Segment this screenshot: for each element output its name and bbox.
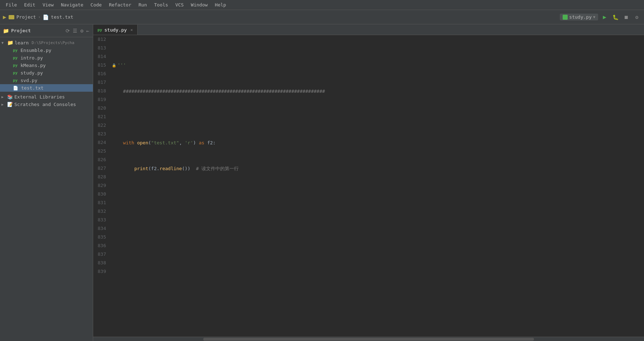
intro-label: intro.py [20,55,43,61]
ln-821: 821 [96,112,106,121]
sidebar-header-icons: ⟳ ☰ ⚙ ← [65,27,90,34]
tree-item-svd[interactable]: py svd.py [0,77,93,84]
bottom-scrollbar[interactable] [93,337,644,341]
menu-refactor[interactable]: Refactor [106,1,134,8]
menu-view[interactable]: View [40,1,57,8]
tree-item-learn-folder[interactable]: ▼ 📁 learn D:\SProjects\Pycha [0,39,93,47]
punct-816c: ()) [182,166,190,171]
menu-tools[interactable]: Tools [151,1,171,8]
py-icon-intro: py [13,56,18,60]
code-line-818 [112,216,644,225]
menu-help[interactable]: Help [212,1,229,8]
tree-arrow-learn: ▼ [1,41,6,45]
punct-815b: , [179,140,185,145]
tree-item-scratches[interactable]: ▶ 📝 Scratches and Consoles [0,101,93,108]
tab-study-py[interactable]: py study.py ✕ [93,25,138,35]
menu-run[interactable]: Run [136,1,150,8]
ln-838: 838 [96,259,106,267]
ln-815: 815 [96,61,106,69]
py-icon-study: py [13,71,18,75]
code-line-819 [112,242,644,250]
run-button[interactable]: ▶ [600,13,609,21]
menu-bar: File Edit View Navigate Code Refactor Ru… [0,0,644,10]
ln-814: 814 [96,52,106,61]
ln-833: 833 [96,216,106,224]
menu-navigate[interactable]: Navigate [58,1,86,8]
toolbar-left: ▶ Project › 📄 test.txt [3,14,73,20]
ln-822: 822 [96,121,106,130]
code-line-814 [112,113,644,121]
scratches-icon: 📝 [7,102,13,107]
menu-vcs[interactable]: VCS [172,1,186,8]
code-line-821 [112,293,644,302]
tab-close-icon[interactable]: ✕ [130,28,133,32]
tree-item-ensumble[interactable]: py Ensumble.py [0,47,93,54]
scrollbar-thumb [203,338,534,341]
run-config[interactable]: study.py ▼ [560,14,598,20]
fn-print: print [134,166,148,171]
code-line-813: ########################################… [112,87,644,96]
editor-area: py study.py ✕ 812 813 814 815 816 817 81… [93,24,644,341]
ln-839: 839 [96,267,106,276]
external-libraries-label: External Libraries [14,94,65,100]
toolbar-file-label: test.txt [51,14,73,20]
tree-item-kmeans[interactable]: py kMeans.py [0,62,93,69]
project-label[interactable]: Project [16,14,36,20]
tree-item-intro[interactable]: py intro.py [0,54,93,62]
settings-button[interactable]: ⚙ [633,13,641,21]
toolbar-arrow: › [38,15,40,19]
tree-item-external-libraries[interactable]: ▶ 📚 External Libraries [0,93,93,101]
ensumble-label: Ensumble.py [20,48,51,53]
punct-815a: ( [148,140,151,145]
menu-file[interactable]: File [3,1,20,8]
folder-icon: ▶ [3,14,6,20]
menu-code[interactable]: Code [88,1,105,8]
tree-item-test-txt[interactable]: 📄 test.txt [0,84,93,92]
tab-bar: py study.py ✕ [93,24,644,35]
tab-py-icon: py [97,28,102,32]
ln-819: 819 [96,95,106,104]
toolbar-right: study.py ▼ ▶ 🐛 ⏹ ⚙ [560,13,641,21]
study-label: study.py [20,70,43,76]
sidebar-header: 📁 Project ⟳ ☰ ⚙ ← [0,24,93,37]
kw-as: as [199,140,205,145]
code-editor[interactable]: 812 813 814 815 816 817 818 819 820 821 … [93,35,644,341]
sync-icon[interactable]: ⟳ [65,27,71,34]
collapse-icon[interactable]: ← [86,27,90,34]
menu-window[interactable]: Window [188,1,211,8]
ln-827: 827 [96,164,106,173]
tree-item-study[interactable]: py study.py [0,69,93,77]
filter-icon[interactable]: ☰ [72,27,78,34]
ln-820: 820 [96,104,106,112]
ln-834: 834 [96,224,106,233]
str-testtxt: "test.txt" [151,140,179,145]
ln-832: 832 [96,207,106,216]
kw-with: with [123,140,134,145]
ln-813: 813 [96,44,106,52]
ln-818: 818 [96,87,106,95]
menu-edit[interactable]: Edit [21,1,38,8]
code-812-content: ''' [118,62,126,68]
settings-icon[interactable]: ⚙ [80,27,84,34]
code-line-812: 🔒''' [112,61,644,70]
var-f2-815: f2 [207,140,213,145]
lib-icon: 📚 [7,94,13,100]
tab-label: study.py [104,27,127,33]
ln-830: 830 [96,190,106,198]
learn-folder-icon: 📁 [7,40,13,45]
test-txt-label: test.txt [21,85,44,91]
py-icon-ensumble: py [13,48,18,53]
ln-836: 836 [96,241,106,250]
stop-button[interactable]: ⏹ [622,13,630,21]
fn-readline: readline [159,166,182,171]
tree-arrow-scratches: ▶ [1,102,6,106]
ln-835: 835 [96,233,106,241]
ln-825: 825 [96,147,106,155]
run-config-dropdown-icon: ▼ [593,15,595,19]
ln-824: 824 [96,138,106,147]
ln-829: 829 [96,181,106,190]
ln-837: 837 [96,250,106,259]
txt-icon-test: 📄 [13,86,18,91]
debug-button[interactable]: 🐛 [611,13,620,21]
line-numbers: 812 813 814 815 816 817 818 819 820 821 … [93,35,110,337]
